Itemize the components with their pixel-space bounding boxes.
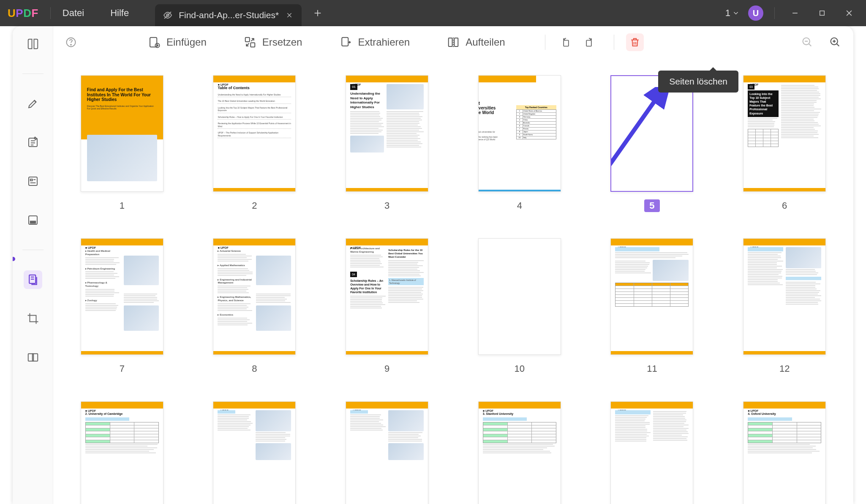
menu-file[interactable]: Datei — [63, 8, 84, 19]
app-logo: UPDF — [8, 7, 38, 20]
page-thumbnail[interactable]: ■ UPDF ▸ Actuarial Science▸ Applied Math… — [213, 238, 296, 355]
crop-icon[interactable] — [24, 309, 42, 328]
delete-pages-button[interactable] — [626, 33, 644, 51]
svg-line-45 — [610, 95, 659, 167]
page-thumbnail-cell: ■ UPDF 01 Understanding the Need to Appl… — [335, 75, 439, 212]
document-tab[interactable]: Find-and-Ap...er-Studies* — [155, 4, 302, 26]
page-thumbnail[interactable]: ■ UPDF 3. Stanford University — [478, 401, 561, 504]
add-tab-button[interactable] — [309, 5, 326, 22]
page-thumbnail[interactable]: ■ UPDF 2. University of Cambridge — [81, 401, 163, 504]
svg-rect-29 — [251, 43, 255, 47]
page-thumbnail-cell: ■ UPDF 3. Stanford University 16 — [468, 401, 572, 504]
page-thumbnail-cell: ■ UPDF 11 — [600, 238, 704, 375]
page-thumbnail[interactable]: ■ UPDF Table of Contents Understanding t… — [213, 75, 296, 192]
svg-rect-12 — [30, 179, 32, 181]
organize-pages-icon[interactable] — [24, 270, 42, 289]
svg-point-23 — [71, 44, 71, 45]
page-thumbnail-cell: ■ UPDF Table of Contents Understanding t… — [203, 75, 307, 212]
page-grid: Find and Apply For the Best Institutes I… — [70, 75, 836, 504]
close-window-button[interactable] — [840, 5, 858, 22]
page-thumbnail-cell: ■ UPDF 17 — [600, 401, 704, 504]
page-thumbnail-cell: ■ UPDF 15 — [335, 401, 439, 504]
svg-rect-28 — [245, 37, 250, 41]
page-number: 4 — [512, 199, 527, 212]
page-number: 7 — [114, 362, 130, 375]
divider — [50, 7, 51, 19]
svg-rect-16 — [30, 221, 35, 223]
page-number: 6 — [777, 199, 792, 212]
page-number: 5 — [644, 199, 659, 212]
page-thumbnail[interactable] — [610, 75, 693, 192]
separator — [614, 35, 614, 50]
close-icon[interactable] — [285, 11, 294, 20]
replace-button[interactable]: Ersetzen — [240, 33, 307, 51]
avatar[interactable]: U — [748, 5, 763, 21]
zoom-out-button[interactable] — [798, 33, 816, 51]
compare-icon[interactable] — [24, 348, 42, 367]
toolbar: Einfügen Ersetzen Extrahieren Aufteilen — [53, 26, 853, 58]
svg-rect-24 — [150, 37, 157, 47]
page-thumbnail[interactable]: ■ UPDF 03 Looking Into the Top 10 Subjec… — [743, 75, 826, 192]
page-thumbnail-cell: ■ UPDF 12 — [733, 238, 836, 375]
page-thumbnail[interactable]: ■ UPDF — [610, 401, 693, 504]
page-thumbnail[interactable]: ■ UPDF 4. Oxford University — [743, 401, 826, 504]
page-thumbnail-cell: 10 — [468, 238, 572, 375]
page-number: 2 — [247, 199, 262, 212]
zoom-in-button[interactable] — [826, 33, 844, 51]
page-thumbnail-cell: ■ UPDF ▸ Actuarial Science▸ Applied Math… — [203, 238, 307, 375]
split-button[interactable]: Aufteilen — [443, 33, 509, 51]
page-thumbnail[interactable] — [478, 238, 561, 355]
form-icon[interactable] — [24, 172, 42, 191]
help-icon[interactable] — [63, 34, 79, 51]
svg-rect-11 — [29, 177, 37, 185]
svg-rect-31 — [449, 38, 452, 46]
rotate-right-button[interactable] — [580, 33, 598, 51]
page-thumbnail[interactable]: ■ UPDF 01 Understanding the Need to Appl… — [346, 75, 428, 192]
svg-rect-32 — [455, 38, 458, 46]
rotate-left-button[interactable] — [557, 33, 575, 51]
maximize-button[interactable] — [813, 5, 831, 22]
menu-help[interactable]: Hilfe — [110, 8, 129, 19]
redact-icon[interactable] — [24, 211, 42, 229]
content-area: Einfügen Ersetzen Extrahieren Aufteilen — [53, 26, 853, 504]
page-thumbnail[interactable]: ■ UPDF — [743, 238, 826, 355]
separator — [545, 35, 545, 50]
highlighter-icon[interactable] — [24, 94, 42, 113]
reader-mode-icon[interactable] — [24, 35, 42, 53]
main-area: Einfügen Ersetzen Extrahieren Aufteilen — [13, 26, 853, 504]
page-thumbnail-cell: ■ UPDF ▸ Health and Medical Preparation▸… — [70, 238, 174, 375]
page-thumbnail[interactable]: ■ UPDF — [213, 401, 296, 504]
page-thumbnail[interactable]: ■ UPDF — [610, 238, 693, 355]
page-thumbnail-cell: ■ UPDF ▸ Naval Architecture and Marine E… — [335, 238, 439, 375]
page-number: 10 — [509, 362, 530, 375]
doc-count[interactable]: 1 — [725, 8, 740, 19]
page-thumbnail[interactable]: ■ UPDF ▸ Health and Medical Preparation▸… — [81, 238, 163, 355]
page-thumbnail[interactable]: tversitiese World ed universities forhe … — [478, 75, 561, 192]
page-thumbnail-cell: Find and Apply For the Best Institutes I… — [70, 75, 174, 212]
page-thumbnail[interactable]: Find and Apply For the Best Institutes I… — [81, 75, 163, 192]
page-number: 11 — [642, 362, 662, 375]
page-number: 12 — [774, 362, 795, 375]
page-thumbnail-cell: ■ UPDF 14 — [203, 401, 307, 504]
insert-button[interactable]: Einfügen — [144, 33, 211, 51]
page-thumbnail-cell: ■ UPDF 03 Looking Into the Top 10 Subjec… — [733, 75, 836, 212]
divider — [774, 7, 775, 19]
page-number: 1 — [114, 199, 130, 212]
page-grid-scroll[interactable]: Find and Apply For the Best Institutes I… — [53, 58, 853, 504]
page-thumbnail-cell: tversitiese World ed universities forhe … — [468, 75, 572, 212]
separator — [22, 250, 44, 250]
delete-tooltip: Seiten löschen — [658, 71, 738, 93]
edit-text-icon[interactable] — [24, 133, 42, 152]
page-thumbnail[interactable]: ■ UPDF — [346, 401, 428, 504]
svg-line-42 — [837, 44, 839, 46]
page-thumbnail[interactable]: ■ UPDF ▸ Naval Architecture and Marine E… — [346, 238, 428, 355]
minimize-button[interactable] — [786, 5, 804, 22]
svg-rect-34 — [564, 40, 569, 46]
page-number: 8 — [247, 362, 262, 375]
separator — [22, 74, 44, 74]
page-number: 9 — [379, 362, 395, 375]
active-indicator — [13, 257, 15, 261]
svg-rect-7 — [820, 11, 825, 16]
page-number: 3 — [379, 199, 395, 212]
extract-button[interactable]: Extrahieren — [335, 33, 414, 51]
